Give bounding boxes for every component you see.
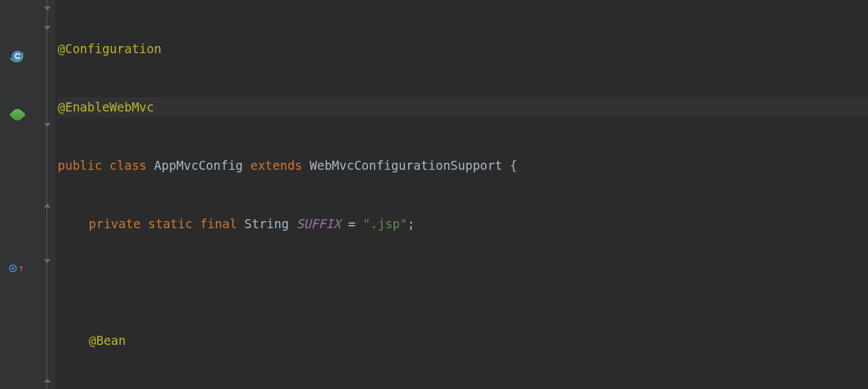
spring-component-icon[interactable]: C — [12, 51, 23, 62]
code-line: @Bean — [58, 331, 868, 350]
editor-gutter: C ▸ ↑ — [0, 0, 55, 389]
fold-marker[interactable] — [43, 200, 51, 208]
fold-line — [47, 0, 47, 389]
fold-marker[interactable] — [43, 6, 51, 14]
code-line: private static final String SUFFIX = ".j… — [58, 214, 868, 233]
code-line: @EnableWebMvc — [58, 97, 868, 117]
fold-marker[interactable] — [43, 25, 51, 33]
blank-line — [58, 272, 868, 292]
fold-marker[interactable] — [43, 259, 51, 266]
fold-marker[interactable] — [43, 375, 51, 383]
override-icon[interactable]: ↑ — [9, 263, 25, 274]
code-editor[interactable]: @Configuration @EnableWebMvc public clas… — [55, 0, 868, 389]
spring-bean-icon[interactable]: ▸ — [12, 109, 23, 121]
fold-marker[interactable] — [43, 123, 51, 130]
code-line: public class AppMvcConfig extends WebMvc… — [58, 156, 868, 175]
code-line: @Configuration — [58, 39, 868, 58]
